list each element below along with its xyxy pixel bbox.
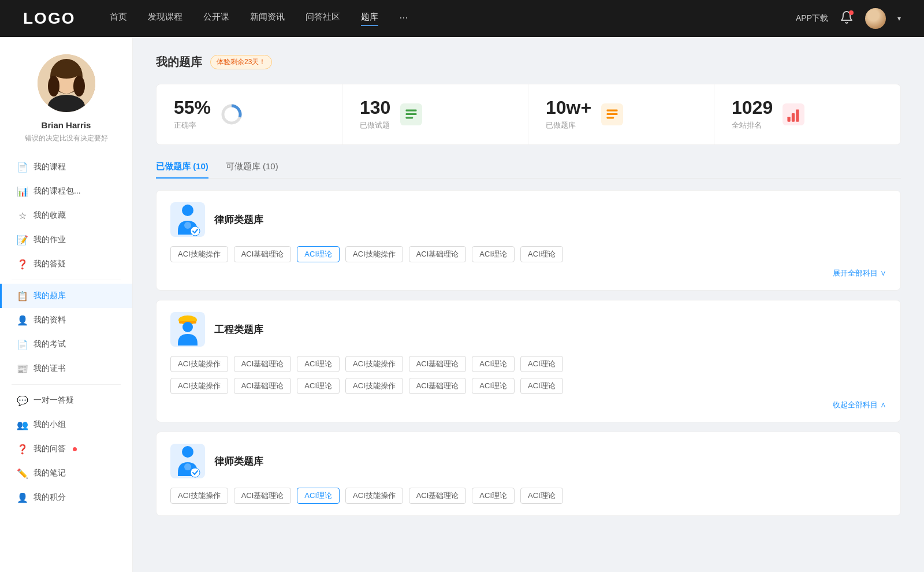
topic-footer-2[interactable]: 收起全部科目 ∧ — [170, 400, 886, 410]
topic-card-header-1: 律师类题库 — [170, 202, 886, 237]
sidebar-item-label: 我的题库 — [33, 291, 66, 301]
topic-tags-1: ACI技能操作 ACI基础理论 ACI理论 ACI技能操作 ACI基础理论 AC… — [170, 246, 886, 262]
favorites-icon: ☆ — [17, 210, 28, 221]
topic-card-lawyer-2: 律师类题库 ACI技能操作 ACI基础理论 ACI理论 ACI技能操作 ACI基… — [156, 432, 901, 516]
tag-1-3[interactable]: ACI理论 — [297, 246, 340, 262]
tag-3-2[interactable]: ACI基础理论 — [234, 488, 292, 504]
tag-2-1-6[interactable]: ACI理论 — [472, 356, 515, 372]
profile-motto: 错误的决定比没有决定要好 — [13, 133, 120, 143]
topic-card-engineer: 工程类题库 ACI技能操作 ACI基础理论 ACI理论 ACI技能操作 ACI基… — [156, 300, 901, 422]
avatar-image — [865, 8, 886, 29]
tag-2-1-5[interactable]: ACI基础理论 — [409, 356, 467, 372]
tag-3-3[interactable]: ACI理论 — [297, 488, 340, 504]
sidebar-item-my-qa[interactable]: ❓ 我的问答 — [0, 437, 132, 461]
topic-card-lawyer-1: 律师类题库 ACI技能操作 ACI基础理论 ACI理论 ACI技能操作 ACI基… — [156, 190, 901, 291]
sidebar-item-label: 我的答疑 — [33, 259, 66, 269]
tag-2-1-7[interactable]: ACI理论 — [520, 356, 563, 372]
tag-2-2-6[interactable]: ACI理论 — [472, 378, 515, 394]
tag-1-2[interactable]: ACI基础理论 — [234, 246, 292, 262]
sidebar-item-label: 我的课程包... — [33, 186, 81, 196]
topic-title-2: 工程类题库 — [214, 323, 263, 336]
navbar-logo[interactable]: LOGO — [23, 9, 75, 28]
tag-3-6[interactable]: ACI理论 — [472, 488, 515, 504]
topic-footer-1[interactable]: 展开全部科目 ∨ — [170, 268, 886, 278]
nav-qa[interactable]: 问答社区 — [305, 12, 340, 26]
tag-1-1[interactable]: ACI技能操作 — [170, 246, 228, 262]
tab-done-banks[interactable]: 已做题库 (10) — [156, 161, 208, 178]
app-download-btn[interactable]: APP下载 — [796, 13, 828, 24]
stat-accuracy: 55% 正确率 — [157, 84, 342, 144]
tag-2-2-5[interactable]: ACI基础理论 — [409, 378, 467, 394]
tag-1-6[interactable]: ACI理论 — [472, 246, 515, 262]
homework-icon: 📝 — [17, 235, 28, 245]
sidebar-item-profile[interactable]: 👤 我的资料 — [0, 308, 132, 332]
navbar-right: APP下载 ▾ — [796, 8, 901, 29]
sidebar-item-favorites[interactable]: ☆ 我的收藏 — [0, 203, 132, 228]
tag-2-2-3[interactable]: ACI理论 — [297, 378, 340, 394]
sidebar-item-homework[interactable]: 📝 我的作业 — [0, 228, 132, 252]
sidebar-avatar — [38, 54, 95, 112]
lawyer-person-svg-2 — [173, 444, 202, 478]
user-avatar[interactable] — [865, 8, 886, 29]
list-green-icon — [400, 103, 422, 125]
sidebar: Brian Harris 错误的决定比没有决定要好 📄 我的课程 📊 我的课程包… — [0, 37, 133, 572]
nav-open-course[interactable]: 公开课 — [203, 12, 229, 26]
one-on-one-icon: 💬 — [17, 395, 28, 406]
lawyer-icon-2 — [170, 444, 205, 478]
sidebar-item-label: 我的课程 — [33, 162, 66, 172]
sidebar-item-label: 我的积分 — [33, 492, 66, 503]
my-qa-icon: ❓ — [17, 444, 28, 454]
nav-question-bank[interactable]: 题库 — [361, 12, 378, 26]
nav-discover[interactable]: 发现课程 — [148, 12, 182, 26]
tag-2-2-7[interactable]: ACI理论 — [520, 378, 563, 394]
nav-news[interactable]: 新闻资讯 — [250, 12, 285, 26]
sidebar-item-points[interactable]: 👤 我的积分 — [0, 485, 132, 510]
main-content: 我的题库 体验剩余23天！ 55% 正确率 — [133, 37, 924, 572]
points-icon: 👤 — [17, 492, 28, 503]
tag-2-1-4[interactable]: ACI技能操作 — [345, 356, 403, 372]
profile-icon: 👤 — [17, 315, 28, 325]
sidebar-item-course-pkg[interactable]: 📊 我的课程包... — [0, 179, 132, 203]
page-title: 我的题库 — [156, 54, 202, 70]
sidebar-item-exam[interactable]: 📄 我的考试 — [0, 332, 132, 356]
nav-more[interactable]: ··· — [399, 12, 408, 26]
sidebar-item-label: 我的问答 — [33, 444, 66, 454]
donut-chart-svg — [220, 103, 243, 126]
tag-2-1-2[interactable]: ACI基础理论 — [234, 356, 292, 372]
tag-3-4[interactable]: ACI技能操作 — [345, 488, 403, 504]
notification-bell[interactable] — [840, 10, 854, 27]
tag-1-7[interactable]: ACI理论 — [520, 246, 563, 262]
sidebar-item-course[interactable]: 📄 我的课程 — [0, 155, 132, 179]
tag-3-7[interactable]: ACI理论 — [520, 488, 563, 504]
svg-point-22 — [184, 222, 191, 229]
sidebar-item-notes[interactable]: ✏️ 我的笔记 — [0, 461, 132, 485]
stat-rank: 1029 全站排名 — [714, 84, 900, 144]
sidebar-item-label: 我的考试 — [33, 339, 66, 350]
tag-1-5[interactable]: ACI基础理论 — [409, 246, 467, 262]
sidebar-item-certificate[interactable]: 📰 我的证书 — [0, 356, 132, 381]
tag-3-1[interactable]: ACI技能操作 — [170, 488, 228, 504]
tabs-row: 已做题库 (10) 可做题库 (10) — [156, 161, 901, 179]
tag-1-4[interactable]: ACI技能操作 — [345, 246, 403, 262]
sidebar-item-group[interactable]: 👥 我的小组 — [0, 413, 132, 437]
sidebar-item-label: 一对一答疑 — [33, 395, 74, 406]
tag-2-1-1[interactable]: ACI技能操作 — [170, 356, 228, 372]
tag-3-5[interactable]: ACI基础理论 — [409, 488, 467, 504]
tag-2-1-3[interactable]: ACI理论 — [297, 356, 340, 372]
svg-point-28 — [184, 463, 191, 470]
stat-done-banks-label: 已做题库 — [546, 120, 591, 131]
user-menu-chevron[interactable]: ▾ — [897, 14, 901, 23]
sidebar-item-question-bank[interactable]: 📋 我的题库 — [0, 284, 132, 308]
sidebar-item-one-on-one[interactable]: 💬 一对一答疑 — [0, 388, 132, 413]
svg-rect-18 — [788, 117, 791, 121]
tag-2-2-2[interactable]: ACI基础理论 — [234, 378, 292, 394]
nav-home[interactable]: 首页 — [110, 12, 127, 26]
tab-available-banks[interactable]: 可做题库 (10) — [226, 161, 278, 178]
sidebar-item-qa[interactable]: ❓ 我的答疑 — [0, 252, 132, 276]
tag-2-2-1[interactable]: ACI技能操作 — [170, 378, 228, 394]
accuracy-icon — [219, 102, 244, 127]
svg-point-29 — [191, 468, 200, 477]
engineer-person-svg — [173, 312, 202, 347]
tag-2-2-4[interactable]: ACI技能操作 — [345, 378, 403, 394]
svg-point-23 — [191, 226, 200, 236]
